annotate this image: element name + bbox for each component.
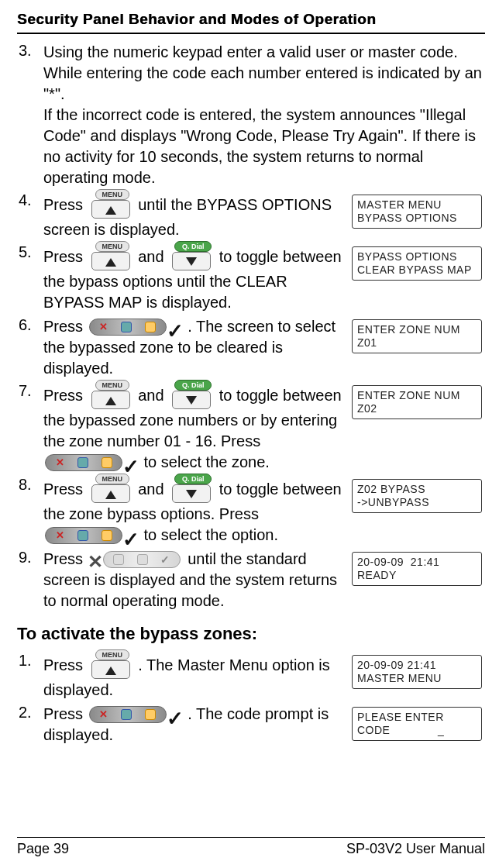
triangle-up-icon [105,206,116,215]
step-number: 5. [17,243,43,261]
ok-check-icon: ✕ ✓ [45,525,138,546]
qdial-label: Q. Dial [174,474,212,484]
step-body: Press ✕ ✓ . The screen to select the byp… [43,316,352,379]
lcd-line-1: 20-09-09 21:41 [357,556,477,570]
lcd-line-2: Z01 [357,336,477,350]
lcd-line-1: 20-09-09 21:41 [357,659,477,673]
triangle-down-icon [186,490,197,498]
menu-label: MENU [95,241,129,252]
footer-manual-title: SP-03V2 User Manual [346,841,485,857]
menu-label: MENU [95,380,129,391]
lcd-line-2: BYPASS OPTIONS [357,212,477,226]
step-number: 4. [17,191,43,209]
speaker-low-icon [77,457,88,468]
text-pre: Press [43,196,88,213]
ok-check-icon: ✕ ✓ [89,317,182,337]
text-mid: and [138,248,168,265]
text-pre: Press [43,248,88,265]
step-5: 5. Press MENU and Q. Dial to toggle betw… [17,243,485,313]
lcd-screen: BYPASS OPTIONS CLEAR BYPASS MAP [352,246,482,281]
step-9: 9. Press ✕ ✓ until the standard screen i… [17,549,485,611]
lcd-line-2: Z02 [357,402,477,416]
menu-up-icon: MENU [89,652,132,680]
speaker-high-icon [137,554,148,565]
step-8: 8. Press MENU and Q. Dial to toggle betw… [17,476,485,546]
step-number: 1. [17,652,43,670]
step-body: Using the numeric keypad enter a valid u… [43,42,485,188]
menu-label: MENU [95,649,129,660]
lcd-line-2: READY [357,569,477,583]
lcd-screen: 20-09-09 21:41 READY [352,552,482,586]
step-3-line1: Using the numeric keypad enter a valid u… [43,43,482,102]
step-3-line2: If the incorrect code is entered, the sy… [43,106,476,186]
step-number: 9. [17,549,43,567]
speaker-low-icon [77,530,88,541]
instructions-list: 3. Using the numeric keypad enter a vali… [17,42,485,611]
text-post2: to select the zone. [144,453,270,470]
speaker-low-icon [121,709,132,720]
x-icon: ✕ [99,708,108,722]
lcd-screen: MASTER MENU BYPASS OPTIONS [352,195,482,229]
menu-label: MENU [95,474,129,484]
step-7: 7. Press MENU and Q. Dial to toggle betw… [17,382,485,473]
lcd-line-2: CLEAR BYPASS MAP [357,264,477,277]
text-post2: to select the option. [144,526,278,543]
triangle-up-icon [105,491,116,499]
menu-up-icon: MENU [89,191,132,219]
lcd-line-1: PLEASE ENTER [357,711,477,725]
triangle-down-icon [186,396,197,405]
step-number: 3. [17,42,43,60]
speaker-high-icon [102,530,112,541]
speaker-high-icon [145,322,156,332]
step-6: 6. Press ✕ ✓ . The screen to select the … [17,316,485,379]
speaker-low-icon [121,322,132,332]
lcd-line-2: MASTER MENU [357,672,477,686]
ok-check-icon: ✕ ✓ [89,704,182,725]
lcd-line-2: CODE _ [357,724,477,738]
lcd-screen: ENTER ZONE NUM Z02 [352,385,482,419]
speaker-high-icon [102,457,112,468]
section-title: To activate the bypass zones: [17,624,485,644]
check-icon: ✓ [160,553,170,567]
menu-up-icon: MENU [89,243,132,271]
lcd-screen: PLEASE ENTER CODE _ [352,707,482,741]
ok-check-icon: ✕ ✓ [45,453,138,473]
check-icon: ✓ [167,705,184,732]
activate-list: 1. Press MENU . The Master Menu option i… [17,652,485,746]
step-body: Press MENU and Q. Dial to toggle between… [43,382,352,473]
qdial-down-icon: Q. Dial [170,476,213,504]
lcd-screen: ENTER ZONE NUM Z01 [352,319,482,353]
text-pre: Press [43,318,88,335]
x-icon: ✕ [56,529,64,542]
step-number: 6. [17,316,43,334]
activate-step-2: 2. Press ✕ ✓ . The code prompt is displa… [17,704,485,746]
footer-page-number: Page 39 [17,841,69,857]
menu-up-icon: MENU [89,382,132,410]
triangle-up-icon [105,397,116,405]
x-icon: ✕ [99,320,108,334]
qdial-label: Q. Dial [174,380,212,391]
qdial-down-icon: Q. Dial [170,243,213,271]
check-icon: ✓ [167,318,184,345]
step-3: 3. Using the numeric keypad enter a vali… [17,42,485,188]
qdial-down-icon: Q. Dial [170,382,213,410]
step-body: Press MENU and Q. Dial to toggle between… [43,243,352,313]
step-body: Press ✕ ✓ until the standard screen is d… [43,549,352,611]
step-body: Press MENU until the BYPASS OPTIONS scre… [43,191,352,240]
page-footer: Page 39 SP-03V2 User Manual [17,837,485,857]
text-pre: Press [43,705,88,722]
lcd-line-1: ENTER ZONE NUM [357,389,477,403]
menu-up-icon: MENU [89,476,132,504]
page-header: Security Panel Behavior and Modes of Ope… [17,11,485,34]
step-4: 4. Press MENU until the BYPASS OPTIONS s… [17,191,485,240]
text-pre: Press [43,480,88,498]
triangle-up-icon [105,258,116,267]
activate-step-1: 1. Press MENU . The Master Menu option i… [17,652,485,701]
step-number: 2. [17,704,43,722]
x-icon: ✕ [88,549,103,574]
text-mid: and [138,480,168,498]
x-icon: ✕ [56,456,64,470]
step-number: 8. [17,476,43,494]
qdial-label: Q. Dial [174,241,212,252]
speaker-low-icon [113,554,124,565]
